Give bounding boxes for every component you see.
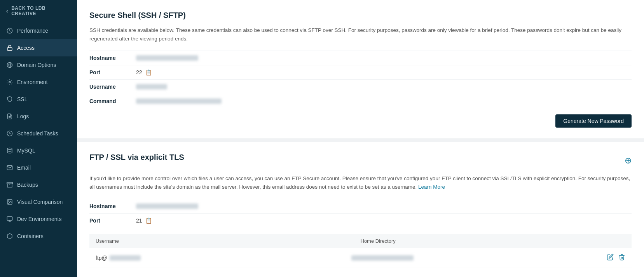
hostname-blurred bbox=[136, 55, 198, 61]
sidebar-item-containers[interactable]: Containers bbox=[0, 228, 77, 245]
command-label: Command bbox=[89, 98, 136, 104]
sidebar-item-label: Email bbox=[17, 165, 31, 171]
sidebar-item-label: Containers bbox=[17, 233, 44, 239]
mail-icon bbox=[6, 164, 13, 171]
port-label: Port bbox=[89, 69, 136, 75]
image-icon bbox=[6, 198, 13, 205]
hostname-value bbox=[136, 55, 198, 61]
sidebar-item-scheduled-tasks[interactable]: Scheduled Tasks bbox=[0, 125, 77, 142]
shield-icon bbox=[6, 96, 13, 103]
sidebar-item-backups[interactable]: Backups bbox=[0, 176, 77, 193]
main-content: Secure Shell (SSH / SFTP) SSH credential… bbox=[77, 0, 644, 277]
gear-icon bbox=[6, 79, 13, 86]
ftp-hostname-label: Hostname bbox=[89, 203, 136, 209]
sidebar-item-dev-environments[interactable]: Dev Environments bbox=[0, 210, 77, 228]
learn-more-link[interactable]: Learn More bbox=[418, 184, 445, 190]
username-column-header: Username bbox=[96, 238, 361, 244]
ftp-header: FTP / SSL via explicit TLS ⊕ bbox=[89, 153, 632, 168]
generate-password-button[interactable]: Generate New Password bbox=[555, 114, 632, 128]
sidebar-item-label: Environment bbox=[17, 79, 48, 85]
ftp-port-label: Port bbox=[89, 217, 136, 224]
ssh-description: SSH credentials are available below. The… bbox=[89, 26, 632, 43]
svg-rect-1 bbox=[7, 47, 12, 50]
svg-point-7 bbox=[7, 148, 12, 149]
chevron-left-icon: ‹ bbox=[6, 8, 8, 14]
username-blurred bbox=[136, 84, 167, 89]
username-value bbox=[136, 84, 167, 89]
database-icon bbox=[6, 147, 13, 154]
svg-point-11 bbox=[9, 201, 9, 202]
doc-icon bbox=[6, 113, 13, 120]
command-blurred bbox=[136, 98, 222, 104]
archive-icon bbox=[6, 181, 13, 188]
port-field-row: Port 22 📋 bbox=[89, 65, 632, 79]
ftp-username-prefix: ftp@ bbox=[96, 255, 107, 261]
ftp-table-header: Username Home Directory bbox=[89, 234, 632, 248]
sidebar-item-access[interactable]: Access bbox=[0, 39, 77, 56]
sidebar-item-environment[interactable]: Environment bbox=[0, 74, 77, 91]
ftp-title: FTP / SSL via explicit TLS bbox=[89, 153, 184, 162]
sidebar-item-logs[interactable]: Logs bbox=[0, 108, 77, 125]
command-value bbox=[136, 98, 222, 104]
sidebar-item-label: Scheduled Tasks bbox=[17, 130, 58, 137]
copy-port-icon[interactable]: 📋 bbox=[145, 69, 152, 75]
ftp-port-field-row: Port 21 📋 bbox=[89, 213, 632, 228]
back-label: BACK TO LDB CREATIVE bbox=[11, 5, 71, 16]
lock-icon bbox=[6, 44, 13, 51]
ftp-section: FTP / SSL via explicit TLS ⊕ If you'd li… bbox=[77, 142, 644, 277]
clock-icon bbox=[6, 130, 13, 137]
home-directory-column-header: Home Directory bbox=[361, 238, 626, 244]
back-to-site-button[interactable]: ‹ BACK TO LDB CREATIVE bbox=[0, 0, 77, 22]
sidebar-item-label: Logs bbox=[17, 113, 29, 119]
svg-point-3 bbox=[9, 81, 10, 83]
delete-ftp-user-icon[interactable] bbox=[618, 254, 625, 262]
box-icon bbox=[6, 233, 13, 240]
sidebar-item-label: Access bbox=[17, 45, 35, 51]
port-value: 22 📋 bbox=[136, 69, 152, 75]
ftp-port-value: 21 📋 bbox=[136, 217, 152, 224]
ftp-description: If you'd like to provide more control ov… bbox=[89, 174, 632, 191]
sidebar-item-visual-comparison[interactable]: Visual Comparison bbox=[0, 193, 77, 210]
ftp-home-directory-cell bbox=[351, 255, 607, 261]
ssh-title: Secure Shell (SSH / SFTP) bbox=[89, 11, 632, 20]
ssh-section: Secure Shell (SSH / SFTP) SSH credential… bbox=[77, 0, 644, 139]
ftp-hostname-field-row: Hostname bbox=[89, 199, 632, 213]
hostname-label: Hostname bbox=[89, 55, 136, 61]
command-field-row: Command bbox=[89, 94, 632, 108]
sidebar-item-label: Dev Environments bbox=[17, 216, 61, 222]
ftp-home-dir-blurred bbox=[351, 255, 414, 261]
ftp-hostname-value bbox=[136, 203, 198, 209]
sidebar-item-label: Visual Comparison bbox=[17, 199, 63, 205]
hostname-field-row: Hostname bbox=[89, 51, 632, 65]
sidebar-item-domain-options[interactable]: Domain Options bbox=[0, 56, 77, 74]
svg-rect-8 bbox=[7, 182, 13, 184]
ftp-description-text: If you'd like to provide more control ov… bbox=[89, 175, 630, 190]
gauge-icon bbox=[6, 27, 13, 34]
sidebar-item-label: Domain Options bbox=[17, 62, 56, 68]
ftp-hostname-blurred bbox=[136, 203, 198, 209]
sidebar-item-email[interactable]: Email bbox=[0, 159, 77, 176]
edit-ftp-user-icon[interactable] bbox=[607, 254, 614, 262]
ftp-username-blurred bbox=[110, 255, 141, 261]
ssh-footer: Generate New Password bbox=[89, 114, 632, 128]
sidebar-item-mysql[interactable]: MySQL bbox=[0, 142, 77, 159]
sidebar-item-ssl[interactable]: SSL bbox=[0, 91, 77, 108]
monitor-icon bbox=[6, 216, 13, 223]
ftp-username-cell: ftp@ bbox=[96, 255, 351, 261]
sidebar: ‹ BACK TO LDB CREATIVE Performance Acces… bbox=[0, 0, 77, 277]
sidebar-item-label: Backups bbox=[17, 182, 38, 188]
sidebar-item-label: SSL bbox=[17, 96, 27, 102]
sidebar-item-label: MySQL bbox=[17, 147, 35, 154]
svg-rect-12 bbox=[7, 217, 12, 220]
username-field-row: Username bbox=[89, 79, 632, 94]
globe-icon bbox=[6, 61, 13, 68]
copy-ftp-port-icon[interactable]: 📋 bbox=[145, 217, 152, 224]
port-number: 22 bbox=[136, 69, 142, 75]
username-label: Username bbox=[89, 84, 136, 90]
expand-icon[interactable]: ⊕ bbox=[625, 156, 632, 166]
sidebar-item-performance[interactable]: Performance bbox=[0, 22, 77, 39]
sidebar-item-label: Performance bbox=[17, 28, 48, 34]
ftp-row-actions bbox=[607, 254, 625, 262]
table-row: ftp@ bbox=[89, 248, 632, 268]
ftp-port-number: 21 bbox=[136, 217, 142, 224]
